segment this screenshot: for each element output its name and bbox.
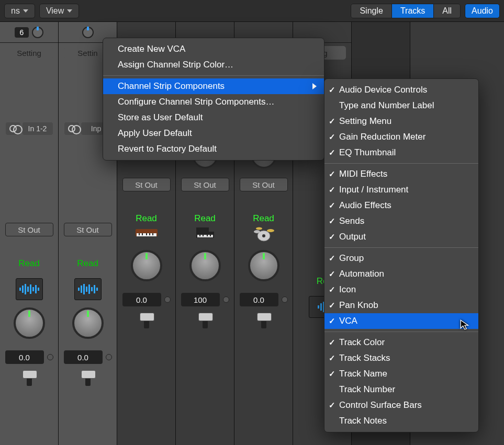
submenu-item[interactable]: ✓Track Stacks — [324, 350, 478, 366]
input-slot[interactable]: In 1-2 — [23, 122, 53, 135]
submenu-item[interactable]: Track Number — [324, 382, 478, 397]
stereo-icon[interactable] — [6, 122, 20, 135]
options-menu[interactable]: ns — [4, 4, 35, 18]
pan-value[interactable]: 0.0 — [122, 293, 161, 306]
check-icon: ✓ — [329, 285, 335, 294]
check-icon: ✓ — [329, 216, 335, 226]
menu-item-components[interactable]: Channel Strip Components — [103, 78, 324, 94]
check-icon: ✓ — [329, 316, 335, 326]
track-icon[interactable] — [193, 224, 218, 243]
submenu-item[interactable]: ✓Input / Instrument — [324, 182, 478, 198]
menu-item-store-default[interactable]: Store as User Default — [103, 110, 324, 125]
menu-separator — [324, 163, 478, 164]
submenu-item[interactable]: ✓Icon — [324, 282, 478, 298]
submenu-item-label: Output — [339, 232, 366, 242]
track-icon[interactable] — [74, 278, 102, 300]
menu-item-assign-color[interactable]: Assign Channel Strip Color… — [103, 57, 324, 73]
gain-knob[interactable] — [82, 27, 94, 38]
menu-item-label: Channel Strip Components — [118, 81, 225, 92]
volume-fader[interactable] — [27, 370, 32, 386]
svg-rect-6 — [152, 233, 153, 235]
automation-mode[interactable]: Read — [253, 213, 274, 224]
pan-value[interactable]: 0.0 — [5, 350, 44, 364]
submenu-item[interactable]: ✓Track Color — [324, 335, 478, 350]
submenu-item[interactable]: ✓Audio Device Controls — [324, 82, 478, 98]
submenu-item-label: Audio Device Controls — [339, 85, 427, 95]
output-slot[interactable]: St Out — [122, 178, 171, 191]
submenu-item[interactable]: ✓Output — [324, 229, 478, 245]
submenu-arrow-icon — [312, 83, 317, 89]
check-icon: ✓ — [329, 353, 335, 363]
track-icon[interactable] — [16, 278, 43, 300]
pan-knob[interactable] — [72, 307, 104, 339]
submenu-item[interactable]: ✓Sends — [324, 213, 478, 229]
track-icon[interactable] — [134, 224, 159, 243]
pan-knob[interactable] — [189, 250, 221, 281]
volume-fader[interactable] — [85, 370, 91, 386]
submenu-item-label: Group — [339, 253, 364, 264]
submenu-item-label: Sends — [339, 216, 364, 226]
submenu-item[interactable]: ✓EQ Thumbnail — [324, 145, 478, 161]
setting-button[interactable]: Setting — [6, 46, 53, 60]
check-icon: ✓ — [329, 269, 335, 279]
gain-knob[interactable] — [32, 27, 43, 38]
view-menu[interactable]: View — [39, 4, 79, 18]
pan-value[interactable]: 100 — [181, 293, 220, 306]
audio-button[interactable]: Audio — [465, 4, 500, 18]
submenu-item[interactable]: ✓Automation — [324, 266, 478, 282]
automation-mode[interactable]: Read — [18, 258, 40, 269]
pan-knob[interactable] — [14, 307, 45, 339]
channel-strip[interactable]: 6 Setting In 1-2 St Out Read 0.0 — [0, 22, 59, 445]
submenu-item-label: Setting Menu — [339, 116, 391, 127]
volume-fader[interactable] — [261, 313, 266, 328]
automation-mode[interactable]: Read — [77, 258, 98, 269]
svg-point-14 — [254, 230, 260, 233]
submenu-item-label: Type and Number Label — [339, 100, 434, 111]
volume-fader[interactable] — [144, 313, 149, 328]
submenu-item-label: VCA — [339, 316, 357, 326]
submenu-item-label: EQ Thumbnail — [339, 147, 396, 158]
meter-dot — [223, 296, 229, 303]
drums-icon — [252, 224, 276, 242]
pan-value[interactable]: 0.0 — [240, 293, 278, 306]
submenu-item[interactable]: ✓Track Name — [324, 366, 478, 382]
svg-rect-11 — [210, 235, 211, 236]
menu-item-create-vca[interactable]: Create New VCA — [103, 41, 324, 57]
submenu-item[interactable]: ✓Setting Menu — [324, 113, 478, 129]
output-slot[interactable]: St Out — [5, 223, 53, 236]
svg-rect-8 — [199, 235, 200, 236]
track-icon[interactable] — [251, 224, 276, 243]
menu-item-revert-default[interactable]: Revert to Factory Default — [103, 141, 324, 157]
menu-separator — [324, 247, 478, 248]
submenu-item[interactable]: ✓MIDI Effects — [324, 166, 478, 182]
automation-mode[interactable]: Read — [136, 213, 157, 224]
submenu-item[interactable]: ✓Audio Effects — [324, 198, 478, 213]
meter-dot — [106, 354, 112, 360]
output-slot[interactable]: St Out — [181, 178, 229, 191]
svg-point-13 — [262, 234, 265, 237]
submenu-item[interactable]: ✓Group — [324, 250, 478, 266]
submenu-item[interactable]: ✓Control Surface Bars — [324, 397, 478, 413]
volume-fader[interactable] — [203, 313, 208, 328]
menu-item-configure-components[interactable]: Configure Channel Strip Components… — [103, 94, 324, 110]
automation-mode[interactable]: Read — [194, 213, 216, 224]
submenu-item-label: Gain Reduction Meter — [339, 132, 425, 142]
pan-knob[interactable] — [131, 250, 162, 281]
stereo-icon[interactable] — [64, 122, 79, 135]
chevron-down-icon — [23, 9, 28, 13]
pan-knob[interactable] — [248, 250, 279, 281]
submenu-item[interactable]: ✓Pan Knob — [324, 298, 478, 313]
check-icon: ✓ — [329, 169, 335, 179]
submenu-item[interactable]: ✓Gain Reduction Meter — [324, 129, 478, 145]
segment-tracks[interactable]: Tracks — [391, 4, 433, 18]
menu-separator — [324, 332, 478, 332]
submenu-item[interactable]: Track Notes — [324, 413, 478, 429]
submenu-item[interactable]: Type and Number Label — [324, 98, 478, 113]
segment-single[interactable]: Single — [351, 4, 391, 18]
output-slot[interactable]: St Out — [240, 178, 288, 191]
pan-value[interactable]: 0.0 — [64, 350, 103, 364]
menu-item-apply-default[interactable]: Apply User Default — [103, 125, 324, 141]
submenu-item[interactable]: ✓VCA — [324, 313, 478, 329]
output-slot[interactable]: St Out — [64, 223, 112, 236]
segment-all[interactable]: All — [433, 4, 460, 18]
